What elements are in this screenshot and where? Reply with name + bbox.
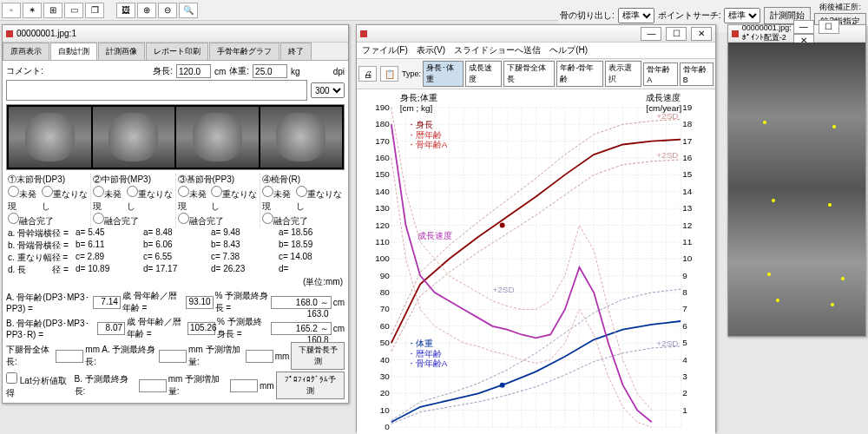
svg-text:10: 10 xyxy=(682,253,693,263)
landmark-dot[interactable] xyxy=(832,125,836,128)
type-btn-4[interactable]: 表示選択 xyxy=(605,61,641,87)
val-a-1: a= 8.48 xyxy=(141,227,209,240)
landmark-dot[interactable] xyxy=(776,299,779,302)
type-btn-5[interactable]: 骨年齢A xyxy=(643,62,677,86)
radio-2-0[interactable]: 未発現 xyxy=(178,186,210,213)
radio-3-2[interactable]: 融合完了 xyxy=(262,213,308,227)
tab-auto-measure[interactable]: 自動計測 xyxy=(50,43,97,60)
val-d-3: d= xyxy=(277,264,345,276)
tab-report[interactable]: レポート印刷 xyxy=(146,43,208,60)
svg-text:3: 3 xyxy=(682,372,687,381)
svg-text:150: 150 xyxy=(375,169,390,179)
val-A-pct: 93.10 xyxy=(186,296,214,309)
growth-chart: 0102030405060708090100110120130140150160… xyxy=(357,89,715,434)
app-icon xyxy=(360,30,367,37)
fld-predB[interactable] xyxy=(139,379,167,392)
fld-leg-len[interactable] xyxy=(56,350,83,363)
xray-thumb-2[interactable] xyxy=(93,107,175,168)
chk-lat[interactable]: Lat分析値取得 xyxy=(6,372,73,399)
svg-text:100: 100 xyxy=(375,253,390,263)
radio-1-0[interactable]: 未発現 xyxy=(93,186,125,213)
svg-point-81 xyxy=(500,383,505,388)
tb-rect-icon[interactable]: ▭ xyxy=(64,3,83,18)
radio-3-0[interactable]: 未発現 xyxy=(262,186,294,213)
menu-help[interactable]: ヘルプ(H) xyxy=(549,44,588,56)
sel-dpi[interactable]: 300 xyxy=(311,82,345,98)
tb-new-icon[interactable]: ▫ xyxy=(2,3,21,18)
radio-0-1[interactable]: 重なりなし xyxy=(42,186,89,213)
lbl-comment: コメント: xyxy=(6,65,43,77)
fld-incA[interactable] xyxy=(246,350,273,363)
svg-text:成長速度: 成長速度 xyxy=(418,231,452,240)
btn-maximize-icon[interactable]: ☐ xyxy=(666,27,687,41)
radio-0-0[interactable]: 未発現 xyxy=(8,186,40,213)
btn-minimize-icon[interactable]: — xyxy=(793,20,814,34)
chart-tb-print-icon[interactable]: 🖨 xyxy=(358,66,377,82)
input-weight[interactable] xyxy=(253,64,287,78)
svg-text:+2SD: +2SD xyxy=(656,339,678,348)
input-comment[interactable] xyxy=(6,80,307,101)
sel-pointsearch[interactable]: 標準 xyxy=(724,8,760,23)
tb-cross-icon[interactable]: ✶ xyxy=(23,3,42,18)
seg-name-2: ③基節骨(PP3) xyxy=(178,174,259,186)
tb-magnify-icon[interactable]: 🔍 xyxy=(179,3,198,18)
btn-close-icon[interactable]: ✕ xyxy=(691,27,712,41)
tab-exit[interactable]: 終了 xyxy=(280,43,312,60)
radio-3-1[interactable]: 重なりなし xyxy=(296,186,343,213)
tb-image-icon[interactable]: 🖼 xyxy=(116,3,135,18)
tb-zoomout-icon[interactable]: ⊖ xyxy=(158,3,177,18)
menu-slideshow[interactable]: スライドショーへ送信 xyxy=(454,44,541,56)
radio-2-1[interactable]: 重なりなし xyxy=(211,186,258,213)
val-c-0: c= 2.89 xyxy=(74,252,141,264)
fld-incB[interactable] xyxy=(230,379,258,392)
radio-2-2[interactable]: 融合完了 xyxy=(178,213,224,227)
svg-text:・骨年齢A: ・骨年齢A xyxy=(407,358,448,368)
tab-original[interactable]: 原画表示 xyxy=(3,43,49,60)
landmark-dot[interactable] xyxy=(831,303,834,306)
landmark-dot[interactable] xyxy=(828,203,832,207)
val-d-2: d= 26.23 xyxy=(209,264,277,276)
svg-text:5: 5 xyxy=(682,338,687,347)
val-B: 8.07 xyxy=(97,322,125,335)
xray-thumb-4[interactable] xyxy=(260,107,343,168)
svg-text:190: 190 xyxy=(375,102,390,112)
menu-view[interactable]: 表示(V) xyxy=(417,44,445,56)
landmark-dot[interactable] xyxy=(772,199,775,202)
tb-zoomin-icon[interactable]: ⊕ xyxy=(137,3,156,18)
btn-leg-predict[interactable]: 下腿骨長予測 xyxy=(291,342,345,370)
xray-thumb-3[interactable] xyxy=(176,107,259,168)
svg-text:4: 4 xyxy=(682,355,687,365)
type-btn-1[interactable]: 成長速度 xyxy=(465,61,502,87)
btn-minimize-icon[interactable]: — xyxy=(641,27,661,41)
tab-measure-image[interactable]: 計測画像 xyxy=(98,43,145,60)
tab-bone-graph[interactable]: 手骨年齢グラフ xyxy=(209,43,279,60)
radio-1-1[interactable]: 重なりなし xyxy=(127,186,174,213)
val-d-0: d= 10.89 xyxy=(74,264,141,276)
input-height[interactable] xyxy=(176,64,211,78)
chart-tb-copy-icon[interactable]: 📋 xyxy=(380,66,398,82)
tb-dup-icon[interactable]: ❐ xyxy=(85,3,104,18)
unit-cm: cm xyxy=(214,67,226,76)
xray-thumb-1[interactable] xyxy=(9,107,91,168)
xray-large-image[interactable] xyxy=(728,43,865,336)
fld-predA[interactable] xyxy=(159,350,187,363)
type-btn-3[interactable]: 年齢-骨年齢 xyxy=(556,61,603,87)
sel-cutout[interactable]: 標準 xyxy=(618,8,654,23)
svg-text:0: 0 xyxy=(385,422,390,431)
btn-profilo-predict[interactable]: ﾌﾟﾛﾌｨﾛｸﾞﾗﾑ予測 xyxy=(276,372,345,399)
type-btn-2[interactable]: 下腿骨全体長 xyxy=(503,61,555,87)
svg-text:・暦年齢: ・暦年齢 xyxy=(407,130,442,140)
svg-text:9: 9 xyxy=(682,271,687,280)
landmark-dot[interactable] xyxy=(841,277,845,280)
radio-1-2[interactable]: 融合完了 xyxy=(93,213,139,227)
svg-text:110: 110 xyxy=(375,237,390,247)
radio-0-2[interactable]: 融合完了 xyxy=(8,213,54,227)
seg-name-3: ④橈骨(R) xyxy=(262,174,343,186)
type-btn-6[interactable]: 骨年齢B xyxy=(680,62,713,86)
landmark-dot[interactable] xyxy=(763,121,766,124)
tb-grid-icon[interactable]: ⊞ xyxy=(43,3,62,18)
landmark-dot[interactable] xyxy=(767,273,771,276)
menu-file[interactable]: ファイル(F) xyxy=(362,44,408,56)
btn-maximize-icon[interactable]: ☐ xyxy=(819,20,839,34)
type-btn-0[interactable]: 身長･体重 xyxy=(423,61,464,87)
